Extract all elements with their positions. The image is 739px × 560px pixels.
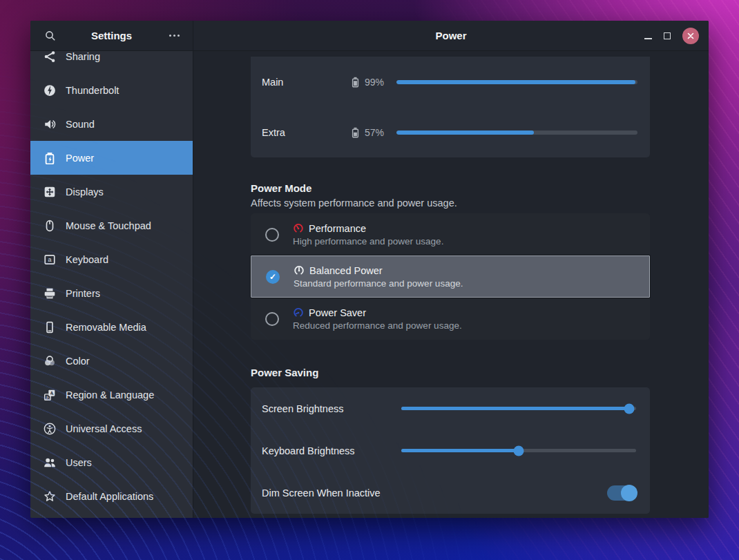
- radio-unchecked-icon[interactable]: [265, 312, 279, 326]
- speaker-icon: [43, 117, 57, 131]
- toggle-knob: [621, 485, 637, 501]
- radio-unchecked-icon[interactable]: [265, 228, 279, 242]
- keyboard-icon: a: [43, 253, 57, 267]
- mode-text: Power Saver Reduced performance and powe…: [293, 307, 462, 331]
- power-saving-heading: Power Saving: [251, 367, 650, 378]
- sidebar-item-label: Sound: [66, 119, 95, 130]
- sidebar-item-color[interactable]: Color: [30, 344, 193, 378]
- sidebar-item-mouse-touchpad[interactable]: Mouse & Touchpad: [30, 209, 193, 242]
- svg-text:a: a: [48, 256, 51, 263]
- app-body: Sharing Thunderbolt Sound Power Displays: [30, 51, 709, 518]
- keyboard-brightness-slider[interactable]: [401, 449, 636, 452]
- sidebar-item-label: Universal Access: [66, 423, 142, 434]
- power-saving-card: Screen Brightness Keyboard Brightness Di…: [251, 387, 650, 514]
- sidebar-item-label: Printers: [66, 288, 100, 299]
- titlebar-left: Settings: [30, 21, 193, 50]
- mode-text: Performance High performance and power u…: [293, 223, 443, 247]
- sidebar-item-users[interactable]: Users: [30, 445, 193, 479]
- sidebar-item-thunderbolt[interactable]: Thunderbolt: [30, 73, 193, 107]
- sidebar-item-label: Displays: [66, 186, 104, 197]
- sidebar-item-label: Region & Language: [66, 389, 154, 400]
- removable-media-icon: [43, 320, 57, 334]
- sidebar-item-sound[interactable]: Sound: [30, 107, 193, 141]
- minimize-button[interactable]: [644, 32, 652, 39]
- sidebar-item-label: Thunderbolt: [66, 85, 119, 96]
- sidebar-item-label: Users: [66, 457, 92, 468]
- sidebar-item-universal-access[interactable]: Universal Access: [30, 412, 193, 445]
- sidebar-item-removable-media[interactable]: Removable Media: [30, 310, 193, 344]
- sidebar-item-keyboard[interactable]: a Keyboard: [30, 242, 193, 276]
- battery-card: Main 99% Extra 57%: [251, 57, 650, 157]
- battery-label: Main: [262, 77, 352, 88]
- search-icon: [45, 30, 56, 41]
- keyboard-brightness-row: Keyboard Brightness: [251, 429, 650, 472]
- minimize-icon: [644, 38, 652, 39]
- sidebar-item-label: Sharing: [66, 51, 100, 62]
- display-icon: [43, 185, 57, 199]
- battery-label: Extra: [262, 127, 352, 138]
- screen-brightness-row: Screen Brightness: [251, 387, 650, 429]
- sidebar-item-displays[interactable]: Displays: [30, 175, 193, 209]
- ellipsis-icon: [169, 35, 180, 37]
- close-button[interactable]: [682, 28, 699, 44]
- row-label: Screen Brightness: [262, 403, 401, 414]
- power-mode-option-balanced[interactable]: ✓ Balanced Power Standard performance an…: [251, 255, 650, 298]
- maximize-icon: [664, 32, 671, 39]
- app-title: Settings: [91, 30, 132, 41]
- language-icon: Aあ: [43, 388, 57, 402]
- maximize-button[interactable]: [664, 32, 671, 39]
- mode-description: Standard performance and power usage.: [294, 278, 463, 289]
- thunderbolt-icon: [43, 84, 57, 97]
- battery-row-main: Main 99%: [251, 57, 650, 107]
- row-label: Dim Screen When Inactive: [262, 487, 607, 499]
- battery-progressbar: [396, 80, 637, 84]
- color-icon: [43, 354, 57, 368]
- mode-description: Reduced performance and power usage.: [293, 320, 462, 331]
- titlebar: Settings Power: [30, 21, 709, 51]
- sidebar-item-label: Default Applications: [66, 491, 153, 502]
- power-mode-heading: Power Mode: [251, 182, 650, 194]
- sidebar-item-region-language[interactable]: Aあ Region & Language: [30, 378, 193, 412]
- power-panel: Main 99% Extra 57% Power Mode Affects sy…: [193, 51, 709, 518]
- sidebar-item-label: Color: [66, 356, 90, 367]
- sidebar-item-printers[interactable]: Printers: [30, 276, 193, 310]
- slider-fill: [401, 407, 629, 410]
- slider-handle[interactable]: [514, 445, 524, 456]
- screen-brightness-slider[interactable]: [401, 407, 636, 410]
- battery-level-icon: [352, 77, 359, 88]
- mode-title: Performance: [309, 223, 366, 234]
- share-icon: [43, 51, 57, 64]
- users-icon: [43, 456, 57, 470]
- mode-title: Balanced Power: [309, 265, 383, 276]
- sidebar-item-power[interactable]: Power: [30, 141, 193, 175]
- battery-progress-fill: [396, 131, 534, 135]
- slider-handle[interactable]: [624, 403, 634, 414]
- power-mode-option-power-saver[interactable]: Power Saver Reduced performance and powe…: [251, 298, 650, 340]
- close-icon: [687, 32, 695, 40]
- svg-text:あ: あ: [45, 394, 50, 400]
- sidebar-item-sharing[interactable]: Sharing: [30, 51, 193, 73]
- search-button[interactable]: [41, 27, 59, 45]
- sidebar-item-label: Removable Media: [66, 322, 146, 333]
- dim-screen-toggle[interactable]: [607, 485, 636, 501]
- radio-checked-icon[interactable]: ✓: [266, 270, 280, 284]
- sidebar-item-label: Keyboard: [66, 254, 108, 265]
- gauge-performance-icon: [293, 223, 304, 234]
- power-mode-subheading: Affects system performance and power usa…: [251, 197, 650, 209]
- battery-row-extra: Extra 57%: [251, 107, 650, 157]
- sidebar-item-label: Mouse & Touchpad: [66, 220, 151, 231]
- mode-title: Power Saver: [309, 307, 366, 318]
- power-mode-list: Performance High performance and power u…: [251, 213, 650, 340]
- battery-percent: 99%: [365, 77, 390, 88]
- menu-button[interactable]: [165, 27, 183, 45]
- dim-screen-row: Dim Screen When Inactive: [251, 472, 650, 514]
- gauge-saver-icon: [293, 307, 304, 318]
- printer-icon: [43, 287, 57, 300]
- sidebar-list: Sharing Thunderbolt Sound Power Displays: [30, 51, 193, 513]
- row-label: Keyboard Brightness: [262, 445, 401, 456]
- battery-level-icon: [352, 127, 359, 138]
- battery-progress-fill: [396, 80, 635, 84]
- sidebar-item-default-applications[interactable]: Default Applications: [30, 479, 193, 513]
- power-mode-option-performance[interactable]: Performance High performance and power u…: [251, 213, 650, 255]
- page-title: Power: [435, 30, 466, 41]
